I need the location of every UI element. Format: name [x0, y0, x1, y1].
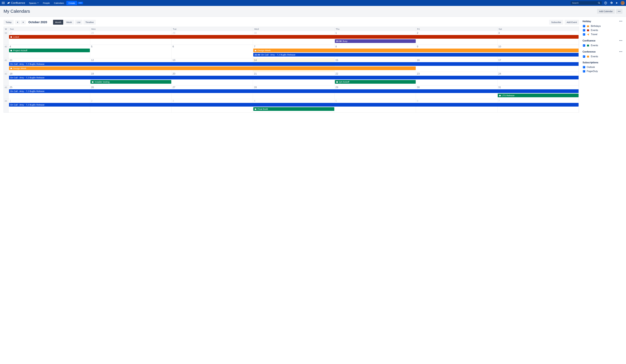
- calendar-week-row: 4325262728293031On Call - Amy - 7.2 Bugf…: [3, 85, 579, 99]
- calendar-visibility-checkbox[interactable]: [583, 44, 585, 47]
- calendar-label: PagerDuty: [587, 70, 598, 73]
- svg-rect-19: [11, 50, 11, 50]
- calendar-event[interactable]: Installer testing: [90, 80, 171, 84]
- create-button[interactable]: Create: [66, 1, 77, 5]
- calendar-event[interactable]: Design Week: [253, 49, 579, 52]
- svg-rect-47: [588, 26, 588, 27]
- svg-point-6: [598, 2, 600, 3]
- cal-icon: [587, 29, 589, 32]
- svg-point-9: [605, 3, 606, 4]
- view-timeline[interactable]: Timeline: [83, 20, 96, 25]
- nav-people[interactable]: People: [41, 1, 52, 5]
- subscribe-button[interactable]: Subscribe: [549, 20, 563, 25]
- help-icon[interactable]: [604, 1, 607, 5]
- calendar-event[interactable]: On Call - Amy - 7.2 Bugfix Release: [9, 89, 579, 93]
- week-number: 42: [4, 72, 9, 85]
- header-more-button[interactable]: [616, 9, 623, 14]
- calendar-event[interactable]: Project Kickoff: [9, 49, 90, 52]
- calendar-event[interactable]: Design Week: [9, 66, 416, 70]
- calendar-event[interactable]: Leave: [9, 35, 579, 39]
- calendar-visibility-checkbox[interactable]: [583, 29, 585, 32]
- week-col-header: W: [4, 27, 9, 31]
- settings-icon[interactable]: [609, 1, 613, 5]
- next-button[interactable]: [21, 20, 26, 24]
- more-button[interactable]: [78, 2, 83, 4]
- sidebar-calendar-item[interactable]: Birthdays: [583, 24, 623, 28]
- calendar-event[interactable]: On Call - Amy - 7.2 Bugfix Release: [9, 103, 579, 107]
- calendar-event[interactable]: On Call - Amy - 7.2 Bugfix Release: [9, 76, 579, 79]
- calendar-event[interactable]: 20:30 Busy: [335, 39, 416, 43]
- current-month-label: October 2020: [28, 21, 47, 24]
- search-box[interactable]: [571, 1, 602, 5]
- calendar-visibility-checkbox[interactable]: [583, 70, 585, 72]
- week-number: 40: [4, 45, 9, 58]
- confluence-logo[interactable]: Confluence: [6, 1, 27, 4]
- svg-rect-38: [499, 95, 501, 95]
- day-header: Wed: [253, 27, 334, 31]
- search-input[interactable]: [572, 2, 598, 4]
- sidebar-calendar-item[interactable]: Events: [583, 43, 623, 48]
- day-number: 24: [498, 72, 578, 75]
- week-number: 43: [4, 85, 9, 99]
- calendar-icon: [254, 108, 257, 110]
- calendar-visibility-checkbox[interactable]: [583, 33, 585, 35]
- calendar-event[interactable]: QA Kickoff: [335, 80, 416, 84]
- svg-rect-28: [11, 67, 12, 68]
- svg-rect-57: [587, 56, 588, 56]
- view-list[interactable]: List: [75, 20, 82, 25]
- svg-rect-55: [587, 45, 589, 45]
- week-number: 41: [4, 58, 9, 72]
- section-menu-button[interactable]: •••: [619, 20, 623, 23]
- calendar-week-row: 441234567On Call - Amy - 7.2 Bugfix Rele…: [3, 99, 579, 113]
- day-number: 16: [417, 59, 496, 61]
- today-button[interactable]: Today: [3, 20, 14, 25]
- calendar-event[interactable]: LTS Release: [498, 94, 579, 97]
- sidebar-calendar-item[interactable]: Outlook: [583, 65, 623, 69]
- svg-rect-58: [588, 56, 589, 56]
- chevron-down-icon: [37, 2, 39, 4]
- nav-calendars[interactable]: Calendars: [52, 1, 66, 5]
- add-calendar-button[interactable]: Add Calendar: [597, 9, 615, 14]
- day-cell[interactable]: 5: [90, 45, 172, 58]
- calendar-week-row: 3927282930123Leave20:30 Busy: [3, 31, 579, 45]
- svg-point-10: [618, 11, 619, 12]
- section-menu-button[interactable]: •••: [619, 50, 623, 53]
- day-number: 2: [417, 32, 496, 34]
- calendar-toolbar: Today October 2020 Month Week List Timel…: [3, 20, 579, 25]
- ellipsis-icon: [618, 11, 620, 12]
- nav-spaces[interactable]: Spaces: [27, 1, 40, 5]
- day-number: 28: [91, 32, 171, 34]
- day-number: 15: [335, 59, 415, 61]
- sidebar-calendar-item[interactable]: Events: [583, 28, 623, 32]
- calendar-visibility-checkbox[interactable]: [583, 55, 585, 58]
- svg-rect-54: [588, 44, 589, 45]
- chevron-right-icon: [22, 21, 24, 23]
- day-cell[interactable]: 6: [172, 45, 253, 58]
- view-week[interactable]: Week: [64, 20, 74, 25]
- notifications-icon[interactable]: [615, 1, 619, 5]
- calendar-event[interactable]: Final Build: [253, 107, 334, 111]
- menu-icon[interactable]: [1, 1, 5, 5]
- svg-rect-36: [337, 81, 338, 81]
- sidebar-section: Subscriptions Outlook PagerDuty: [583, 61, 623, 73]
- calendar-label: Events: [591, 55, 598, 58]
- section-menu-button[interactable]: •••: [619, 39, 623, 42]
- plane-icon: [587, 33, 589, 36]
- day-number: 1: [10, 100, 89, 102]
- sidebar-calendar-item[interactable]: Travel: [583, 32, 623, 36]
- day-number: 6: [172, 45, 252, 48]
- svg-point-11: [619, 11, 620, 12]
- add-event-button[interactable]: Add Event: [565, 20, 579, 25]
- svg-rect-18: [10, 50, 12, 50]
- svg-rect-39: [499, 95, 500, 95]
- sidebar-calendar-item[interactable]: Events: [583, 55, 623, 59]
- sidebar-calendar-item[interactable]: PagerDuty: [583, 69, 623, 73]
- svg-rect-0: [2, 2, 5, 2]
- calendar-visibility-checkbox[interactable]: [583, 66, 585, 68]
- view-month[interactable]: Month: [53, 20, 63, 25]
- calendar-event[interactable]: On Call - Amy - 7.2 Bugfix Release: [9, 62, 579, 66]
- user-avatar[interactable]: [621, 1, 625, 5]
- calendar-event[interactable]: 21:00 On Call - Amy - 7.2 Bugfix Release: [253, 53, 579, 57]
- calendar-visibility-checkbox[interactable]: [583, 25, 585, 27]
- prev-button[interactable]: [15, 20, 20, 24]
